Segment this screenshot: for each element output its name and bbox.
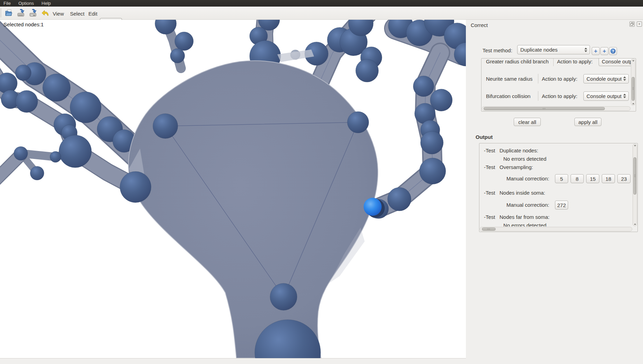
selected-nodes-status: Selected nodes:1: [3, 21, 44, 27]
toolbar: View Select Edit Correct: [0, 7, 643, 20]
spinner-arrows-icon: [623, 94, 626, 98]
correction-node-button[interactable]: 23: [617, 174, 631, 183]
output-message-line: No errors detected: [479, 222, 632, 227]
output-test-line: -Test Duplicate nodes:: [479, 148, 632, 154]
menu-help[interactable]: Help: [42, 1, 51, 6]
separator: [553, 59, 554, 66]
tests-list-viewport: Greater radius child branch Action to ap…: [482, 59, 631, 106]
node-sphere: [14, 147, 28, 160]
export-disk-arrow-icon: [28, 8, 37, 17]
test-row-bifurcation-collision: Bifurcation collision Action to apply: C…: [482, 88, 631, 104]
test-row-greater-radius: Greater radius child branch Action to ap…: [482, 59, 631, 69]
spinner-arrows-icon: [584, 47, 587, 52]
node-sphere: [356, 59, 379, 82]
add-test-button[interactable]: +: [592, 47, 600, 55]
output-console: -Test Duplicate nodes: No errors detecte…: [479, 143, 638, 232]
node-sphere: [70, 92, 101, 123]
plus-icon: +: [594, 48, 598, 54]
help-icon: ?: [610, 48, 616, 54]
correction-node-button[interactable]: 15: [586, 174, 599, 183]
output-section-label: Output: [476, 134, 493, 140]
output-test-line: -Test Nodes inside soma:: [479, 190, 632, 196]
vertical-scrollbar[interactable]: [633, 144, 637, 226]
action-select[interactable]: Console output: [583, 91, 629, 101]
output-console-content: -Test Duplicate nodes: No errors detecte…: [479, 143, 632, 227]
panel-title: Correct: [471, 22, 488, 28]
node-sphere: [153, 114, 178, 139]
menu-options[interactable]: Options: [18, 1, 34, 6]
open-folder-icon: [4, 8, 13, 17]
node-sphere: [388, 187, 411, 211]
horizontal-scrollbar[interactable]: [480, 227, 632, 231]
menu-bar: File Options Help: [0, 0, 643, 7]
action-select[interactable]: Condole output: [583, 74, 629, 83]
action-to-apply-label: Action to apply:: [542, 76, 581, 82]
node-sphere: [175, 32, 193, 51]
test-name: Greater radius child branch: [486, 59, 550, 64]
view-mode-button[interactable]: View: [53, 11, 64, 17]
node-sphere: [50, 151, 61, 162]
action-select[interactable]: Console output: [599, 59, 631, 66]
open-file-button[interactable]: [4, 8, 13, 17]
save-disk-arrow-icon: [16, 8, 25, 17]
test-name: Bifurcation collision: [486, 93, 535, 99]
test-method-label: Test method:: [483, 47, 518, 53]
output-test-line: -Test Oversampling:: [479, 164, 632, 171]
action-to-apply-label: Action to apply:: [557, 59, 596, 64]
correction-node-button[interactable]: 8: [571, 174, 584, 183]
neuron-scene[interactable]: [0, 20, 466, 358]
spinner-arrows-icon: [623, 77, 626, 81]
add-all-tests-button[interactable]: +: [600, 47, 608, 55]
manual-correction-row: Manual correction: 272: [479, 201, 632, 210]
correction-node-button[interactable]: 5: [555, 174, 568, 183]
menu-file[interactable]: File: [3, 1, 11, 6]
apply-all-button[interactable]: apply all: [574, 118, 601, 126]
node-sphere: [347, 112, 369, 133]
test-method-select[interactable]: Duplicate nodes: [517, 45, 590, 54]
manual-correction-row: Manual correction: 5 8 15 18 23: [479, 174, 632, 183]
plus-all-icon: +: [603, 48, 606, 54]
horizontal-scrollbar[interactable]: [482, 106, 631, 111]
output-message-line: No errors detected: [479, 156, 632, 162]
test-name: Neurite same radius: [486, 76, 535, 82]
node-sphere: [15, 65, 31, 81]
correction-node-button[interactable]: 18: [602, 174, 615, 183]
float-panel-icon[interactable]: [629, 21, 635, 27]
soma[interactable]: [129, 61, 378, 358]
node-sphere: [30, 166, 44, 180]
export-button[interactable]: [28, 8, 37, 17]
undo-button[interactable]: [41, 8, 50, 17]
node-sphere: [59, 135, 92, 168]
save-button[interactable]: [16, 8, 25, 17]
action-to-apply-label: Action to apply:: [542, 93, 581, 99]
vertical-scrollbar[interactable]: [631, 59, 635, 106]
node-sphere: [419, 158, 446, 184]
separator: [538, 74, 538, 83]
node-sphere: [413, 76, 434, 97]
select-mode-button[interactable]: Select: [70, 11, 85, 17]
toolbar-drag-handle[interactable]: [0, 9, 1, 17]
edit-mode-button[interactable]: Edit: [88, 11, 97, 17]
node-sphere: [270, 283, 297, 310]
output-test-line: -Test Nodes far from soma:: [479, 214, 632, 221]
test-row-neurite-same-radius: Neurite same radius Action to apply: Con…: [482, 71, 631, 86]
separator: [538, 91, 538, 101]
node-sphere: [420, 131, 443, 154]
correct-dock-panel: Correct × Test method: Duplicate nodes +…: [466, 20, 643, 364]
selected-node-sphere: [364, 198, 382, 216]
correction-node-button[interactable]: 272: [555, 201, 568, 210]
tests-list: Greater radius child branch Action to ap…: [481, 58, 636, 112]
node-sphere: [170, 48, 185, 63]
node-sphere: [16, 90, 38, 113]
node-sphere: [120, 171, 151, 203]
3d-viewport[interactable]: Selected nodes:1: [0, 20, 466, 358]
undo-arrow-icon: [41, 8, 50, 17]
clear-all-button[interactable]: clear all: [514, 118, 541, 126]
close-panel-icon[interactable]: ×: [637, 21, 642, 27]
node-sphere: [43, 74, 70, 101]
help-button[interactable]: ?: [609, 47, 617, 55]
